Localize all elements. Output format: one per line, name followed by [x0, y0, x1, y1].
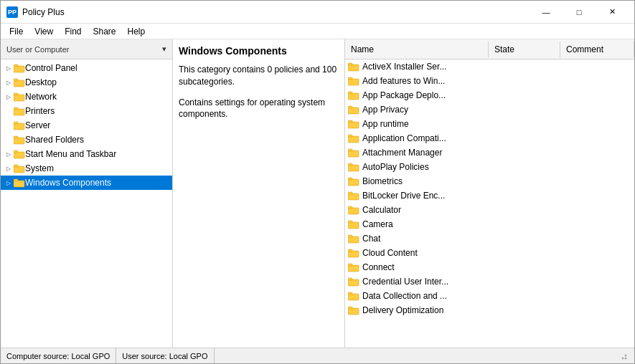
svg-rect-3 [14, 79, 18, 81]
svg-rect-15 [14, 165, 18, 167]
folder-icon [348, 262, 359, 272]
list-item-calculator[interactable]: Calculator [345, 203, 634, 217]
list-item-camera[interactable]: Camera [345, 217, 634, 231]
menu-view[interactable]: View [29, 25, 59, 38]
list-item-label: Chat [362, 234, 631, 244]
list-item-credential-user[interactable]: Credential User Inter... [345, 274, 634, 289]
folder-icon [14, 63, 25, 73]
list-item-activex[interactable]: ActiveX Installer Ser... [345, 59, 634, 74]
svg-rect-19 [348, 63, 352, 65]
list-item-chat[interactable]: Chat [345, 231, 634, 246]
list-item-app-compat[interactable]: Application Compati... [345, 131, 634, 145]
svg-rect-37 [348, 192, 352, 194]
expander-icon: ▷ [4, 92, 14, 102]
col-header-name[interactable]: Name [345, 42, 489, 57]
folder-icon [14, 77, 25, 87]
svg-rect-44 [348, 251, 359, 257]
col-header-comment[interactable]: Comment [560, 42, 634, 57]
tree-header[interactable]: User or Computer ▾ [1, 39, 172, 59]
col-header-state[interactable]: State [489, 42, 560, 57]
tree-item-windows-components[interactable]: ▷ Windows Components [1, 176, 172, 190]
tree-item-desktop[interactable]: ▷ Desktop [1, 75, 172, 90]
main-content: User or Computer ▾ ▷ Control Panel ▷ [1, 39, 634, 348]
folder-icon [348, 277, 359, 287]
svg-rect-40 [348, 222, 359, 229]
expander-icon: ▷ [4, 178, 14, 188]
svg-rect-10 [14, 138, 24, 144]
list-items-container: ActiveX Installer Ser... Add features to… [345, 59, 634, 348]
svg-rect-9 [14, 122, 18, 124]
list-item-autoplay[interactable]: AutoPlay Policies [345, 160, 634, 174]
svg-rect-13 [14, 150, 18, 153]
expander-icon: ▷ [4, 163, 14, 173]
folder-icon [348, 90, 359, 100]
menu-file[interactable]: File [4, 25, 29, 38]
list-item-app-runtime[interactable]: App runtime [345, 117, 634, 131]
folder-icon [14, 178, 25, 188]
svg-rect-5 [14, 93, 18, 95]
list-item-add-features[interactable]: Add features to Win... [345, 74, 634, 88]
tree-item-shared-folders[interactable]: Shared Folders [1, 133, 172, 147]
menu-help[interactable]: Help [122, 25, 151, 38]
svg-rect-32 [348, 165, 359, 171]
svg-rect-7 [14, 107, 18, 110]
minimize-button[interactable]: — [530, 1, 563, 24]
menu-share[interactable]: Share [87, 25, 121, 38]
svg-rect-20 [348, 79, 359, 85]
list-item-cloud-content[interactable]: Cloud Content [345, 246, 634, 260]
menu-find[interactable]: Find [59, 25, 87, 38]
list-item-label: Delivery Optimization [362, 305, 631, 315]
main-window: PP Policy Plus — □ ✕ File View Find Shar… [0, 0, 635, 364]
list-panel: Name State Comment ActiveX Installer Ser… [345, 39, 634, 348]
resize-grip-icon [618, 351, 629, 361]
close-button[interactable]: ✕ [596, 1, 629, 24]
list-item-delivery-opt[interactable]: Delivery Optimization [345, 303, 634, 317]
list-item-connect[interactable]: Connect [345, 260, 634, 274]
folder-icon [348, 133, 359, 143]
tree-item-server[interactable]: Server [1, 118, 172, 133]
folder-icon [348, 248, 359, 258]
tree-item-label: System [25, 163, 54, 173]
folder-icon [348, 148, 359, 158]
svg-rect-36 [348, 193, 359, 200]
list-item-label: AutoPlay Policies [362, 162, 631, 172]
svg-rect-31 [348, 149, 352, 151]
svg-rect-50 [348, 294, 359, 300]
tree-item-label: Control Panel [25, 63, 77, 73]
svg-rect-17 [14, 179, 18, 181]
list-item-label: Connect [362, 262, 631, 272]
maximize-button[interactable]: □ [563, 1, 596, 24]
folder-icon [14, 92, 25, 102]
folder-icon [348, 205, 359, 215]
status-user-source: User source: Local GPO [116, 348, 214, 363]
svg-rect-38 [348, 208, 359, 214]
list-item-app-package[interactable]: App Package Deplo... [345, 88, 634, 102]
svg-rect-23 [348, 92, 352, 94]
list-item-label: Add features to Win... [362, 76, 631, 86]
list-item-attachment[interactable]: Attachment Manager [345, 145, 634, 160]
svg-rect-22 [348, 93, 359, 100]
description-text2: Contains settings for operating system c… [179, 97, 339, 121]
tree-item-label: Server [25, 120, 50, 130]
tree-item-control-panel[interactable]: ▷ Control Panel [1, 61, 172, 75]
folder-icon [14, 163, 25, 173]
list-item-label: App Privacy [362, 105, 631, 115]
list-item-biometrics[interactable]: Biometrics [345, 174, 634, 188]
list-item-data-collection[interactable]: Data Collection and ... [345, 289, 634, 303]
list-item-label: Calculator [362, 205, 631, 215]
svg-rect-49 [348, 278, 352, 280]
menu-bar: File View Find Share Help [1, 24, 634, 39]
tree-item-start-menu[interactable]: ▷ Start Menu and Taskbar [1, 147, 172, 161]
list-item-label: Attachment Manager [362, 148, 631, 158]
list-item-bitlocker[interactable]: BitLocker Drive Enc... [345, 188, 634, 203]
svg-rect-39 [348, 206, 352, 209]
svg-rect-51 [348, 292, 352, 294]
svg-point-54 [625, 357, 627, 359]
status-bar: Computer source: Local GPO User source: … [1, 348, 634, 363]
list-item-app-privacy[interactable]: App Privacy [345, 102, 634, 117]
tree-header-dropdown[interactable]: User or Computer ▾ [4, 44, 169, 54]
tree-item-printers[interactable]: Printers [1, 104, 172, 118]
tree-item-label: Windows Components [25, 178, 111, 188]
tree-item-network[interactable]: ▷ Network [1, 90, 172, 104]
tree-item-system[interactable]: ▷ System [1, 161, 172, 176]
